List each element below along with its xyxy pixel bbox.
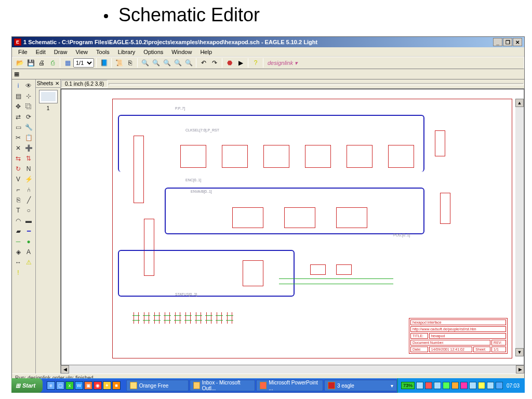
attribute-icon[interactable]: A xyxy=(23,247,34,257)
move-icon[interactable]: ✥ xyxy=(13,101,23,112)
minimize-button[interactable]: _ xyxy=(493,38,502,46)
tray-icon-5[interactable] xyxy=(451,382,459,389)
invoke-icon[interactable]: ⎘ xyxy=(13,195,23,205)
zoom-out-icon[interactable]: 🔍 xyxy=(162,58,172,68)
label-icon[interactable]: ◈ xyxy=(13,247,23,257)
info-icon[interactable]: i xyxy=(13,81,23,91)
delete-icon[interactable]: ✕ xyxy=(13,143,23,153)
clock[interactable]: 07:03 xyxy=(504,383,522,389)
net-icon[interactable]: ─ xyxy=(13,236,23,247)
task-eagle[interactable]: 3 eagle▾ xyxy=(324,380,397,391)
paste-icon[interactable]: 📋 xyxy=(23,132,34,143)
copy-icon[interactable]: ⿻ xyxy=(23,101,34,112)
scroll-right-icon[interactable]: ▶ xyxy=(516,365,524,374)
battery-indicator[interactable]: 73% xyxy=(401,382,415,389)
zoom-redraw-icon[interactable]: 🔍 xyxy=(172,58,183,68)
menu-window[interactable]: Window xyxy=(167,48,196,56)
pinswap-icon[interactable]: ⇆ xyxy=(13,153,23,164)
menu-file[interactable]: File xyxy=(14,48,32,56)
arc-icon[interactable]: ◠ xyxy=(13,216,23,226)
menu-library[interactable]: Library xyxy=(114,48,140,56)
open-icon[interactable]: 📂 xyxy=(15,58,25,68)
sheets-close-icon[interactable]: ✕ xyxy=(55,81,59,86)
scroll-left-icon[interactable]: ◀ xyxy=(61,365,69,374)
script-icon[interactable]: 📜 xyxy=(114,58,124,68)
designlink-button[interactable]: designlink ▾ xyxy=(265,60,300,66)
print-icon[interactable]: 🖨 xyxy=(36,58,47,68)
zoom-in-icon[interactable]: 🔍 xyxy=(151,58,161,68)
replace-icon[interactable]: ↻ xyxy=(13,164,23,174)
value-icon[interactable]: V xyxy=(13,174,23,184)
tray-icon-8[interactable] xyxy=(478,382,485,389)
menu-view[interactable]: View xyxy=(71,48,92,56)
polygon-icon[interactable]: ▰ xyxy=(13,226,23,236)
ie-icon[interactable]: e xyxy=(47,381,55,390)
menu-tools[interactable]: Tools xyxy=(92,48,114,56)
menu-options[interactable]: Options xyxy=(139,48,167,56)
save-icon[interactable]: 💾 xyxy=(25,58,36,68)
app-icon-4[interactable]: ◉ xyxy=(94,381,102,390)
junction-icon[interactable]: ● xyxy=(23,236,34,247)
show-icon[interactable]: 👁 xyxy=(23,81,34,91)
vertical-scrollbar[interactable]: ▲ ▼ xyxy=(515,99,524,356)
tray-icon-2[interactable] xyxy=(425,382,432,389)
start-button[interactable]: ⊞ Start xyxy=(11,378,43,393)
cam-icon[interactable]: ⎙ xyxy=(47,58,58,68)
split-icon[interactable]: ⑃ xyxy=(23,184,34,195)
horizontal-scrollbar[interactable]: ◀ ▶ xyxy=(61,365,524,374)
close-button[interactable]: ✕ xyxy=(513,38,522,46)
text-icon[interactable]: T xyxy=(13,205,23,216)
dimension-icon[interactable]: ↔ xyxy=(13,257,23,268)
tray-icon-9[interactable] xyxy=(487,382,494,389)
app-icon-2[interactable]: W xyxy=(75,381,83,390)
go-icon[interactable]: ▶ xyxy=(235,58,246,68)
rect-icon[interactable]: ▬ xyxy=(23,216,34,226)
command-input[interactable] xyxy=(109,83,524,85)
scroll-up-icon[interactable]: ▲ xyxy=(515,99,524,107)
board-icon[interactable]: ▦ xyxy=(62,58,73,68)
add-icon[interactable]: ➕ xyxy=(23,143,34,153)
menu-draw[interactable]: Draw xyxy=(50,48,72,56)
tray-icon-7[interactable] xyxy=(469,382,476,389)
sheet-thumbnail[interactable] xyxy=(39,90,58,103)
mirror-icon[interactable]: ⇄ xyxy=(13,112,23,122)
cut-icon[interactable]: ✂ xyxy=(13,132,23,143)
app-icon-6[interactable]: ■ xyxy=(112,381,121,390)
sheet-select[interactable]: 1/1 xyxy=(73,58,94,68)
scroll-down-icon[interactable]: ▼ xyxy=(515,348,524,356)
task-orange[interactable]: Orange Free xyxy=(126,380,189,391)
tray-icon-6[interactable] xyxy=(460,382,468,389)
group-icon[interactable]: ▭ xyxy=(13,122,23,132)
change-icon[interactable]: 🔧 xyxy=(23,122,34,132)
undo-icon[interactable]: ↶ xyxy=(198,58,209,68)
gateswap-icon[interactable]: ⇅ xyxy=(23,153,34,164)
tray-icon-10[interactable] xyxy=(496,382,503,389)
use-icon[interactable]: 📘 xyxy=(99,58,109,68)
ulp-icon[interactable]: ⎘ xyxy=(125,58,135,68)
tray-icon-3[interactable] xyxy=(434,382,441,389)
errors-icon[interactable]: ! xyxy=(13,268,23,278)
grid-icon[interactable]: ▦ xyxy=(14,71,19,77)
stop-icon[interactable]: ⬣ xyxy=(224,58,235,68)
tray-icon-1[interactable] xyxy=(416,382,423,389)
help-icon[interactable]: ? xyxy=(250,58,261,68)
task-powerpoint[interactable]: Microsoft PowerPoint ... xyxy=(256,380,323,391)
menu-help[interactable]: Help xyxy=(196,48,216,56)
app-icon-5[interactable]: ✦ xyxy=(103,381,111,390)
task-outlook[interactable]: Inbox - Microsoft Outl... xyxy=(190,380,256,391)
app-icon-3[interactable]: ▣ xyxy=(84,381,92,390)
erc-icon[interactable]: ⚠ xyxy=(23,257,34,268)
redo-icon[interactable]: ↷ xyxy=(209,58,220,68)
maximize-button[interactable]: ❐ xyxy=(503,38,512,46)
schematic-canvas[interactable]: P.P..7] CLKSEL[7:0],P_RST ENC[0..1] ENVA… xyxy=(61,89,524,365)
titlebar[interactable]: E 1 Schematic - C:\Program Files\EAGLE-5… xyxy=(12,37,524,47)
tray-icon-4[interactable] xyxy=(443,382,450,389)
rotate-icon[interactable]: ⟳ xyxy=(23,112,34,122)
zoom-fit-icon[interactable]: 🔍 xyxy=(140,58,150,68)
smash-icon[interactable]: ⚡ xyxy=(23,174,34,184)
display-icon[interactable]: ▤ xyxy=(13,91,23,101)
app-icon-1[interactable]: x xyxy=(65,381,74,390)
miter-icon[interactable]: ⌐ xyxy=(13,184,23,195)
wire-icon[interactable]: ╱ xyxy=(23,195,34,205)
zoom-select-icon[interactable]: 🔍 xyxy=(183,58,194,68)
